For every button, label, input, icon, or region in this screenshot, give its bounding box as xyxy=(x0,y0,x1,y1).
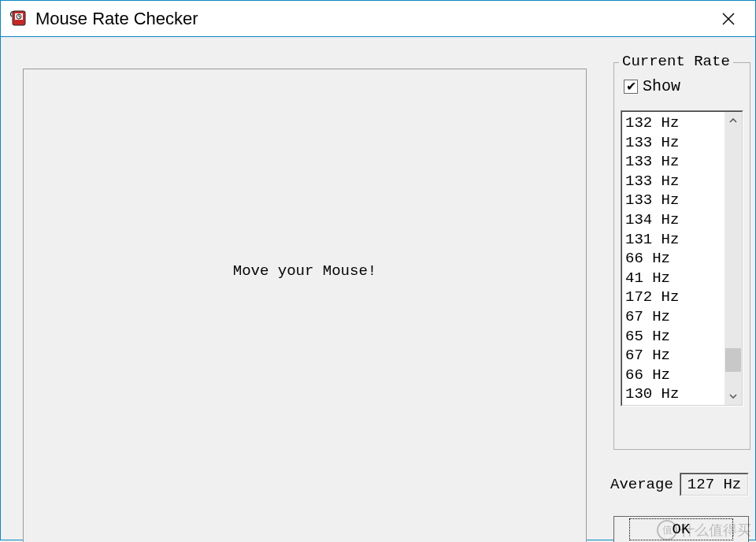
list-item[interactable]: 130 Hz xyxy=(625,384,721,404)
chevron-down-icon xyxy=(729,394,737,399)
scroll-down-button[interactable] xyxy=(724,388,742,405)
list-item[interactable]: 41 Hz xyxy=(625,269,721,288)
average-label: Average xyxy=(610,476,673,493)
list-item[interactable]: 67 Hz xyxy=(625,346,721,366)
close-button[interactable] xyxy=(705,1,752,37)
list-item[interactable]: 66 Hz xyxy=(625,249,721,269)
list-item[interactable]: 172 Hz xyxy=(625,288,721,307)
show-checkbox[interactable]: ✔ xyxy=(624,80,638,94)
close-icon xyxy=(722,13,735,25)
average-field: 127 Hz xyxy=(680,473,749,496)
average-row: Average 127 Hz xyxy=(610,473,749,496)
rate-listbox[interactable]: 132 Hz133 Hz133 Hz133 Hz133 Hz134 Hz131 … xyxy=(621,110,743,406)
show-toggle-row: ✔ Show xyxy=(624,77,680,95)
tracking-panel[interactable]: Move your Mouse! xyxy=(23,69,587,542)
rate-items: 132 Hz133 Hz133 Hz133 Hz133 Hz134 Hz131 … xyxy=(622,112,724,405)
list-item[interactable]: 132 Hz xyxy=(625,113,721,133)
list-item[interactable]: 67 Hz xyxy=(625,307,721,327)
scrollbar[interactable] xyxy=(724,112,742,405)
scroll-track[interactable] xyxy=(724,129,742,388)
app-window: Mouse Rate Checker Move your Mouse! Curr… xyxy=(0,0,756,540)
list-item[interactable]: 133 Hz xyxy=(625,133,721,153)
scroll-thumb[interactable] xyxy=(725,348,741,372)
chevron-up-icon xyxy=(729,118,737,123)
scroll-up-button[interactable] xyxy=(724,112,742,129)
window-title: Mouse Rate Checker xyxy=(35,9,705,29)
ok-button[interactable]: OK xyxy=(613,516,749,542)
client-area: Move your Mouse! Current Rate ✔ Show 132… xyxy=(1,37,755,540)
instruction-text: Move your Mouse! xyxy=(233,262,376,280)
titlebar: Mouse Rate Checker xyxy=(1,1,755,37)
average-value: 127 Hz xyxy=(680,473,748,496)
list-item[interactable]: 133 Hz xyxy=(625,191,721,210)
list-item[interactable]: 65 Hz xyxy=(625,327,721,347)
list-item[interactable]: 131 Hz xyxy=(625,230,721,250)
app-icon xyxy=(9,9,29,29)
show-label: Show xyxy=(643,77,680,95)
ok-button-label: OK xyxy=(629,518,734,540)
list-item[interactable]: 134 Hz xyxy=(625,210,721,230)
list-item[interactable]: 133 Hz xyxy=(625,152,721,172)
rate-listbox-inner: 132 Hz133 Hz133 Hz133 Hz133 Hz134 Hz131 … xyxy=(621,111,743,406)
list-item[interactable]: 66 Hz xyxy=(625,366,721,385)
current-rate-group: Current Rate ✔ Show 132 Hz133 Hz133 Hz13… xyxy=(613,62,750,450)
current-rate-legend: Current Rate xyxy=(619,53,733,70)
list-item[interactable]: 133 Hz xyxy=(625,172,721,191)
